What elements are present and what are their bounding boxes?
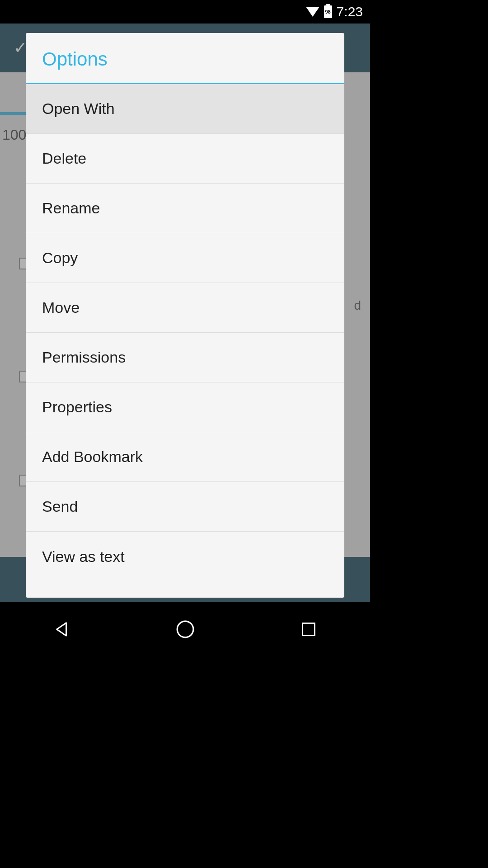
- option-view-as-text[interactable]: View as text: [26, 532, 344, 581]
- option-label: Open With: [42, 100, 115, 118]
- option-label: Copy: [42, 249, 78, 267]
- options-dialog: Options Open With Delete Rename Copy Mov…: [26, 33, 344, 598]
- battery-level: 98: [325, 9, 330, 14]
- nav-home-button[interactable]: [174, 618, 197, 641]
- option-move[interactable]: Move: [26, 283, 344, 333]
- option-label: Delete: [42, 150, 86, 167]
- option-add-bookmark[interactable]: Add Bookmark: [26, 432, 344, 482]
- dialog-title: Options: [26, 33, 344, 84]
- option-label: Send: [42, 498, 78, 515]
- option-label: Permissions: [42, 349, 126, 366]
- dialog-items-list: Open With Delete Rename Copy Move Permis…: [26, 84, 344, 598]
- status-time: 7:23: [337, 4, 363, 19]
- wifi-icon: [306, 7, 319, 17]
- home-circle-icon: [176, 620, 195, 639]
- option-send[interactable]: Send: [26, 482, 344, 532]
- option-label: View as text: [42, 548, 125, 566]
- option-open-with[interactable]: Open With: [26, 84, 344, 134]
- option-label: Rename: [42, 199, 100, 217]
- navigation-bar: [0, 602, 370, 656]
- option-rename[interactable]: Rename: [26, 184, 344, 233]
- option-permissions[interactable]: Permissions: [26, 333, 344, 382]
- svg-point-0: [177, 621, 193, 637]
- svg-rect-1: [302, 623, 314, 636]
- option-label: Properties: [42, 398, 112, 416]
- status-icons: 98 7:23: [306, 4, 363, 19]
- option-label: Move: [42, 299, 80, 316]
- nav-recent-button[interactable]: [297, 618, 320, 641]
- option-delete[interactable]: Delete: [26, 134, 344, 184]
- battery-icon: 98: [324, 5, 332, 18]
- option-copy[interactable]: Copy: [26, 233, 344, 283]
- nav-back-button[interactable]: [51, 618, 73, 641]
- status-bar: 98 7:23: [0, 0, 370, 24]
- option-properties[interactable]: Properties: [26, 382, 344, 432]
- back-triangle-icon: [53, 621, 70, 638]
- option-label: Add Bookmark: [42, 448, 143, 466]
- recent-square-icon: [300, 621, 317, 637]
